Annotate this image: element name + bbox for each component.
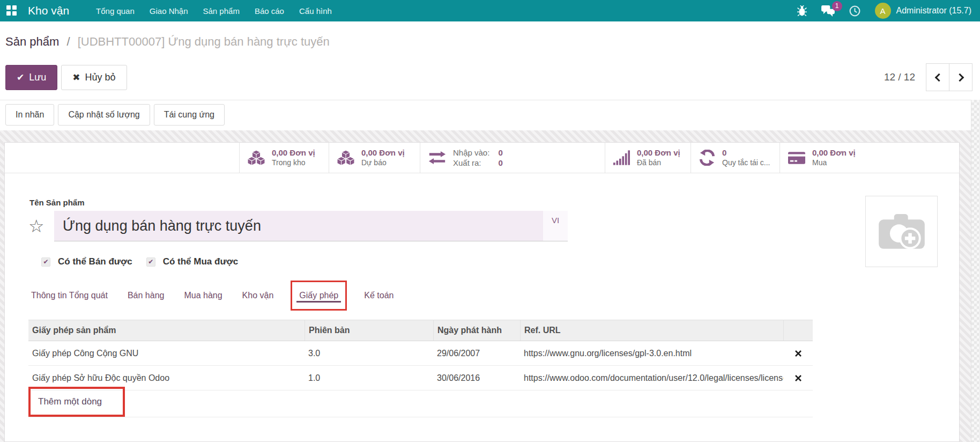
nav-item-cau-hinh[interactable]: Cấu hình xyxy=(292,0,339,21)
delete-row-icon[interactable] xyxy=(795,375,801,381)
nav-item-bao-cao[interactable]: Báo cáo xyxy=(247,0,292,21)
add-line-row: Thêm một dòng xyxy=(28,391,813,417)
tab-mua-hang[interactable]: Mua hàng xyxy=(181,289,225,303)
stat-on-hand[interactable]: 0,00 Đơn vịTrong kho xyxy=(239,143,329,173)
stat-forecasted[interactable]: 0,00 Đơn vịDự báo xyxy=(329,143,420,173)
tab-giay-phep[interactable]: Giấy phép xyxy=(296,289,341,303)
product-flags-row: ✔ Có thể Bán được ✔ Có thể Mua được xyxy=(41,256,959,267)
nav-item-giao-nhan[interactable]: Giao Nhận xyxy=(142,0,196,21)
navbar-systray: 1 A Administrator (15.7) xyxy=(797,3,972,19)
breadcrumb: Sản phẩm / [UDBHTT00007] Ứng dụng bán hà… xyxy=(0,21,980,56)
language-badge[interactable]: VI xyxy=(543,211,568,241)
cell-version[interactable]: 1.0 xyxy=(305,373,433,383)
scrollbar[interactable] xyxy=(971,100,980,442)
app-window: Kho vận Tổng quan Giao Nhận Sản phẩm Báo… xyxy=(0,0,980,442)
stat-reordering-rules[interactable]: 0Quy tắc tái c... xyxy=(691,143,779,173)
nav-item-san-pham[interactable]: Sản phẩm xyxy=(196,0,247,21)
license-table: Giấy phép sản phẩm Phiên bản Ngày phát h… xyxy=(28,320,813,417)
cell-url[interactable]: https://www.gnu.org/licenses/gpl-3.0.en.… xyxy=(520,349,783,358)
can-be-sold-checkbox[interactable]: ✔ Có thể Bán được xyxy=(41,256,132,267)
product-title-row: ☆ Ứng dụng bán hàng trực tuyến VI xyxy=(28,211,959,241)
license-table-header: Giấy phép sản phẩm Phiên bản Ngày phát h… xyxy=(28,320,813,341)
cell-date[interactable]: 30/06/2016 xyxy=(433,373,520,383)
add-line-link[interactable]: Thêm một dòng xyxy=(38,396,102,407)
app-name[interactable]: Kho vận xyxy=(28,4,69,17)
pager-value: 12 / 12 xyxy=(884,71,915,83)
checkmark-icon: ✔ xyxy=(41,257,50,267)
pager-previous-button[interactable] xyxy=(926,63,949,91)
cell-license-name[interactable]: Giấy phép Sở hữu Độc quyền Odoo xyxy=(28,373,305,383)
chevron-right-icon xyxy=(955,73,964,82)
col-header-version: Phiên bản xyxy=(305,320,433,341)
breadcrumb-current: [UDBHTT00007] Ứng dụng bán hàng trực tuy… xyxy=(78,35,330,48)
check-icon: ✔ xyxy=(17,72,24,83)
stat-sold[interactable]: 0,00 Đơn vịĐã bán xyxy=(605,143,691,173)
content-area: 0,00 Đơn vịTrong kho 0,00 Đơn vịDự báo xyxy=(0,130,980,442)
delete-row-icon[interactable] xyxy=(795,350,801,357)
cell-date[interactable]: 29/06/2007 xyxy=(433,349,520,358)
notebook-tabs: Thông tin Tổng quát Bán hàng Mua hàng Kh… xyxy=(28,280,959,311)
pager-next-button[interactable] xyxy=(949,63,972,91)
col-header-actions xyxy=(783,320,813,341)
stat-in-out[interactable]: Nhập vào:0 Xuất ra:0 xyxy=(420,143,605,173)
col-header-date: Ngày phát hành xyxy=(433,320,520,341)
tab-kho-van[interactable]: Kho vận xyxy=(240,289,277,303)
message-count-badge: 1 xyxy=(832,1,842,11)
refresh-icon xyxy=(699,150,715,166)
tab-ban-hang[interactable]: Bán hàng xyxy=(125,289,167,303)
user-menu[interactable]: A Administrator (15.7) xyxy=(875,3,972,19)
tab-thong-tin-tong-quat[interactable]: Thông tin Tổng quát xyxy=(28,289,110,303)
breadcrumb-separator: / xyxy=(66,35,70,48)
discard-button[interactable]: ✖Hủy bỏ xyxy=(61,65,127,90)
main-menu: Tổng quan Giao Nhận Sản phẩm Báo cáo Cấu… xyxy=(88,0,339,21)
cell-version[interactable]: 3.0 xyxy=(305,349,433,358)
cubes-icon xyxy=(248,150,265,166)
save-button[interactable]: ✔Lưu xyxy=(5,65,57,90)
activities-clock-icon[interactable] xyxy=(849,5,860,17)
print-label-button[interactable]: In nhãn xyxy=(5,104,54,126)
action-buttons-row: In nhãn Cập nhật số lượng Tái cung ứng xyxy=(0,100,980,130)
camera-plus-icon xyxy=(879,212,925,252)
cell-url[interactable]: https://www.odoo.com/documentation/user/… xyxy=(520,373,783,383)
product-name-input[interactable]: Ứng dụng bán hàng trực tuyến xyxy=(54,211,543,241)
avatar: A xyxy=(875,3,891,19)
debug-bug-icon[interactable] xyxy=(797,5,807,16)
col-header-license: Giấy phép sản phẩm xyxy=(28,320,305,341)
cell-license-name[interactable]: Giấy phép Công Cộng GNU xyxy=(28,349,305,358)
col-header-url: Ref. URL xyxy=(520,320,783,341)
product-form-card: 0,00 Đơn vịTrong kho 0,00 Đơn vịDự báo xyxy=(4,142,960,442)
annotation-box-tab: Giấy phép xyxy=(291,281,347,311)
annotation-box-add-line: Thêm một dòng xyxy=(28,387,125,417)
favorite-star-icon[interactable]: ☆ xyxy=(28,211,54,241)
update-quantity-button[interactable]: Cập nhật số lượng xyxy=(58,104,150,126)
user-name: Administrator (15.7) xyxy=(896,6,972,16)
x-icon: ✖ xyxy=(72,72,80,83)
control-panel-buttons: ✔Lưu ✖Hủy bỏ 12 / 12 xyxy=(0,56,980,100)
form-sheet: Tên Sản phẩm ☆ Ứng dụng bán hàng trực tu… xyxy=(5,173,959,417)
breadcrumb-parent[interactable]: Sản phẩm xyxy=(5,35,59,48)
stat-purchased[interactable]: 0,00 Đơn vịMua xyxy=(779,143,959,173)
tab-ke-toan[interactable]: Kế toán xyxy=(361,289,396,303)
checkmark-icon: ✔ xyxy=(146,257,155,267)
exchange-icon xyxy=(428,151,446,164)
credit-card-icon xyxy=(788,152,805,164)
replenish-button[interactable]: Tái cung ứng xyxy=(154,104,225,126)
apps-grid-icon[interactable] xyxy=(6,5,17,16)
product-image-upload[interactable] xyxy=(865,196,938,267)
table-row[interactable]: Giấy phép Sở hữu Độc quyền Odoo 1.0 30/0… xyxy=(28,366,813,391)
nav-item-tong-quan[interactable]: Tổng quan xyxy=(88,0,142,21)
pager: 12 / 12 xyxy=(884,63,972,91)
stat-button-row: 0,00 Đơn vịTrong kho 0,00 Đơn vịDự báo xyxy=(5,143,959,173)
cubes-icon xyxy=(337,150,354,166)
messages-icon[interactable]: 1 xyxy=(821,5,835,17)
bar-chart-icon xyxy=(613,150,630,165)
can-be-purchased-checkbox[interactable]: ✔ Có thể Mua được xyxy=(146,256,239,267)
product-name-label: Tên Sản phẩm xyxy=(29,198,959,207)
table-row[interactable]: Giấy phép Công Cộng GNU 3.0 29/06/2007 h… xyxy=(28,341,813,366)
top-navbar: Kho vận Tổng quan Giao Nhận Sản phẩm Báo… xyxy=(0,0,980,21)
chevron-left-icon xyxy=(934,73,943,82)
